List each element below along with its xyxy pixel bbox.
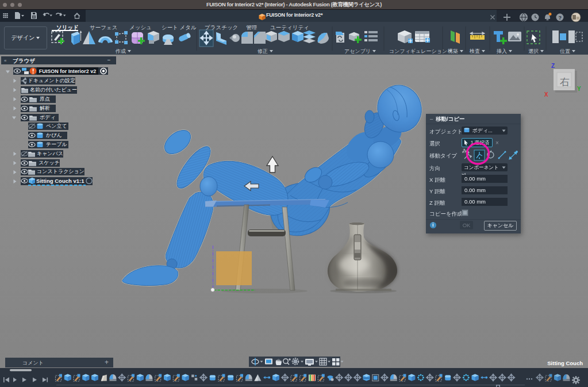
svg-text:X: X <box>544 91 548 98</box>
svg-text:右: 右 <box>560 76 570 87</box>
svg-text:Y: Y <box>577 86 581 92</box>
svg-text:?: ? <box>559 15 562 21</box>
svg-text:Z: Z <box>551 63 555 69</box>
